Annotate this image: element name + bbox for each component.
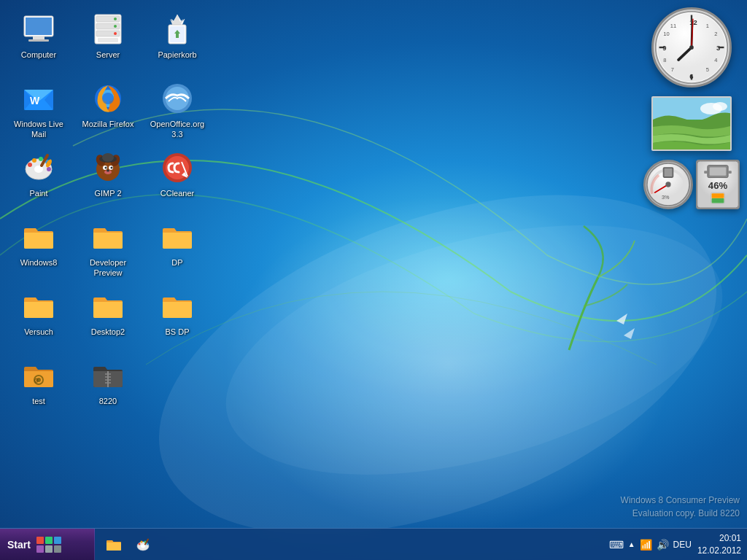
svg-text:9: 9 <box>662 44 666 52</box>
desktop-icon-paint[interactable]: Paint <box>7 146 70 211</box>
svg-text:8: 8 <box>663 57 666 63</box>
keyboard-tray-icon[interactable]: ⌨ <box>609 539 624 551</box>
bs-dp-label: BS DP <box>165 327 189 337</box>
folder-8220-icon <box>90 358 125 393</box>
server-icon <box>90 12 125 47</box>
svg-text:11: 11 <box>670 23 676 29</box>
svg-point-11 <box>114 18 117 20</box>
svg-text:46%: 46% <box>708 180 728 191</box>
system-tray: ⌨ ▲ 📶 🔊 DEU 20:01 12.02.2012 <box>603 532 747 557</box>
start-label: Start <box>7 539 31 551</box>
paint-icon <box>21 150 56 185</box>
svg-text:3%: 3% <box>662 194 670 201</box>
svg-point-26 <box>102 93 114 104</box>
svg-text:7: 7 <box>671 66 674 73</box>
svg-point-48 <box>102 153 114 162</box>
widgets-area: 12 6 3 9 1 2 4 5 7 8 10 11 <box>643 7 740 209</box>
mail-icon: W <box>21 81 56 116</box>
folder-dp-icon <box>160 219 195 254</box>
computer-label: Computer <box>21 50 56 60</box>
cpu-gauge[interactable]: 3% <box>643 160 693 209</box>
svg-rect-94 <box>710 167 727 175</box>
svg-point-103 <box>141 540 143 542</box>
svg-point-102 <box>139 542 141 545</box>
svg-point-13 <box>114 32 117 35</box>
start-tile-1 <box>36 537 44 544</box>
8220-label: 8220 <box>99 396 117 406</box>
firefox-icon <box>90 81 125 116</box>
gauge-widget[interactable]: 3% <box>643 160 740 209</box>
desktop-icon-bs-dp[interactable]: BS DP <box>146 284 209 350</box>
desktop-icon-mozilla-firefox[interactable]: Mozilla Firefox <box>77 77 139 142</box>
svg-rect-95 <box>704 171 708 174</box>
folder-versuch-icon <box>21 289 56 324</box>
dp-label: DP <box>171 257 182 268</box>
watermark-line1: Windows 8 Consumer Preview <box>621 494 740 507</box>
watermark: Windows 8 Consumer Preview Evaluation co… <box>621 494 740 520</box>
tray-icons: ⌨ ▲ 📶 🔊 DEU <box>609 539 692 551</box>
developer-preview-label: Developer Preview <box>80 257 136 279</box>
svg-rect-100 <box>712 193 724 198</box>
svg-rect-6 <box>28 39 49 42</box>
taskbar-explorer-icon[interactable] <box>101 532 127 558</box>
taskbar: Start <box>0 528 747 560</box>
start-button[interactable]: Start <box>0 529 95 561</box>
svg-text:10: 10 <box>663 31 669 37</box>
desktop-icon-server[interactable]: Server <box>77 7 139 73</box>
ccleaner-label: CCleaner <box>160 188 194 198</box>
svg-text:5: 5 <box>706 66 709 73</box>
language-tray-label[interactable]: DEU <box>673 540 692 550</box>
svg-point-82 <box>689 45 694 50</box>
mail-label: Windows Live Mail <box>10 119 67 140</box>
desktop-icon-windows8[interactable]: Windows8 <box>7 215 70 281</box>
memory-gauge[interactable]: 46% <box>696 160 740 209</box>
desktop-icon-desktop2[interactable]: Desktop2 <box>77 284 139 350</box>
paint-label: Paint <box>29 188 47 198</box>
gimp-icon <box>90 150 125 185</box>
folder-windows8-icon <box>21 219 56 254</box>
svg-text:⚙: ⚙ <box>34 376 39 384</box>
svg-point-1 <box>199 179 747 522</box>
taskbar-paint-icon[interactable] <box>130 532 156 558</box>
desktop-icon-windows-live-mail[interactable]: W Windows Live Mail <box>7 77 70 142</box>
svg-rect-96 <box>728 171 732 174</box>
svg-rect-14 <box>98 38 118 42</box>
desktop-icon-computer[interactable]: Computer <box>7 7 70 73</box>
desktop-icon-ccleaner[interactable]: CCleaner <box>146 146 209 211</box>
openoffice-label: OpenOffice.org 3.3 <box>149 119 206 140</box>
desktop-icon-dp[interactable]: DP <box>146 215 209 281</box>
desktop-icon-papierkorb[interactable]: Papierkorb <box>146 7 209 73</box>
svg-point-33 <box>39 157 43 161</box>
svg-point-46 <box>107 170 109 172</box>
svg-point-32 <box>32 158 36 163</box>
network-tray-icon[interactable]: 📶 <box>640 539 652 551</box>
svg-text:6: 6 <box>689 72 693 80</box>
tray-date: 12.02.2012 <box>697 545 741 557</box>
desktop-icon-8220[interactable]: 8220 <box>77 354 139 419</box>
clock-widget[interactable]: 12 6 3 9 1 2 4 5 7 8 10 11 <box>651 7 732 88</box>
photo-widget[interactable] <box>651 96 732 151</box>
svg-point-31 <box>28 163 32 167</box>
svg-text:4: 4 <box>714 57 717 63</box>
svg-text:3: 3 <box>716 44 720 52</box>
desktop-icon-test[interactable]: ⚙ test <box>7 354 70 419</box>
tray-clock[interactable]: 20:01 12.02.2012 <box>697 532 741 557</box>
svg-text:2: 2 <box>714 31 717 37</box>
sound-tray-icon[interactable]: 🔊 <box>657 539 669 551</box>
watermark-line2: Evaluation copy. Build 8220 <box>621 507 740 520</box>
desktop-icon-versuch[interactable]: Versuch <box>7 284 70 350</box>
svg-point-35 <box>47 167 51 171</box>
svg-point-44 <box>111 167 113 169</box>
arrow-up-tray-icon[interactable]: ▲ <box>628 540 635 548</box>
svg-rect-99 <box>712 198 724 203</box>
gimp-label: GIMP 2 <box>94 188 121 198</box>
desktop-icon-developer-preview[interactable]: Developer Preview <box>77 215 139 281</box>
desktop-icon-gimp[interactable]: GIMP 2 <box>77 146 139 211</box>
taskbar-pinned <box>95 532 603 558</box>
desktop-icon-openoffice[interactable]: OpenOffice.org 3.3 <box>146 77 209 142</box>
ccleaner-icon <box>160 150 195 185</box>
trash-icon <box>160 12 195 47</box>
windows8-label: Windows8 <box>20 257 58 268</box>
svg-text:1: 1 <box>706 23 709 29</box>
folder-desktop2-icon <box>90 289 125 324</box>
